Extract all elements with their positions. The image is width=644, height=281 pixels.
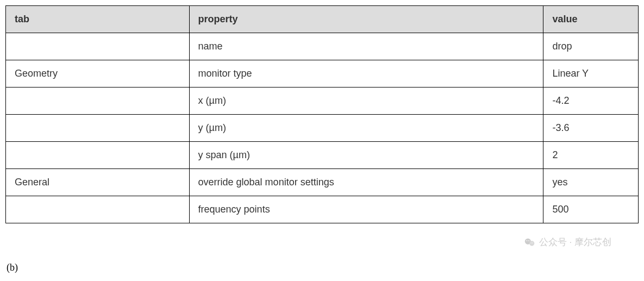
header-value: value [543, 6, 639, 33]
cell-tab [6, 115, 190, 142]
cell-value: 500 [543, 196, 639, 223]
watermark-text: 公众号 · 摩尔芯创 [539, 236, 611, 248]
table-row: x (µm) -4.2 [6, 88, 639, 115]
cell-tab [6, 88, 190, 115]
table-row: y (µm) -3.6 [6, 115, 639, 142]
cell-value: yes [543, 169, 639, 196]
watermark: 公众号 · 摩尔芯创 [524, 236, 611, 248]
header-tab: tab [6, 6, 190, 33]
cell-tab: General [6, 169, 190, 196]
cell-value: -4.2 [543, 88, 639, 115]
table-row: name drop [6, 33, 639, 60]
svg-point-1 [529, 241, 534, 246]
cell-property: x (µm) [189, 88, 543, 115]
table-row: y span (µm) 2 [6, 142, 639, 169]
table-row: General override global monitor settings… [6, 169, 639, 196]
header-property: property [189, 6, 543, 33]
table-row: Geometry monitor type Linear Y [6, 60, 639, 88]
cell-property: monitor type [189, 60, 543, 88]
svg-point-0 [525, 238, 531, 244]
cell-value: Linear Y [543, 60, 639, 88]
cell-value: 2 [543, 142, 639, 169]
properties-table: tab property value name drop Geometry mo… [5, 5, 639, 223]
cell-tab [6, 196, 190, 223]
cell-value: -3.6 [543, 115, 639, 142]
table-header-row: tab property value [6, 6, 639, 33]
cell-tab [6, 142, 190, 169]
cell-property: frequency points [189, 196, 543, 223]
figure-caption-label: (b) [7, 262, 18, 273]
svg-point-2 [526, 240, 527, 241]
table-row: frequency points 500 [6, 196, 639, 223]
svg-point-5 [532, 242, 533, 243]
cell-value: drop [543, 33, 639, 60]
cell-tab [6, 33, 190, 60]
cell-property: name [189, 33, 543, 60]
svg-point-3 [528, 240, 529, 241]
cell-property: override global monitor settings [189, 169, 543, 196]
cell-tab: Geometry [6, 60, 190, 88]
cell-property: y (µm) [189, 115, 543, 142]
cell-property: y span (µm) [189, 142, 543, 169]
svg-point-4 [530, 242, 531, 243]
wechat-icon [524, 236, 536, 248]
